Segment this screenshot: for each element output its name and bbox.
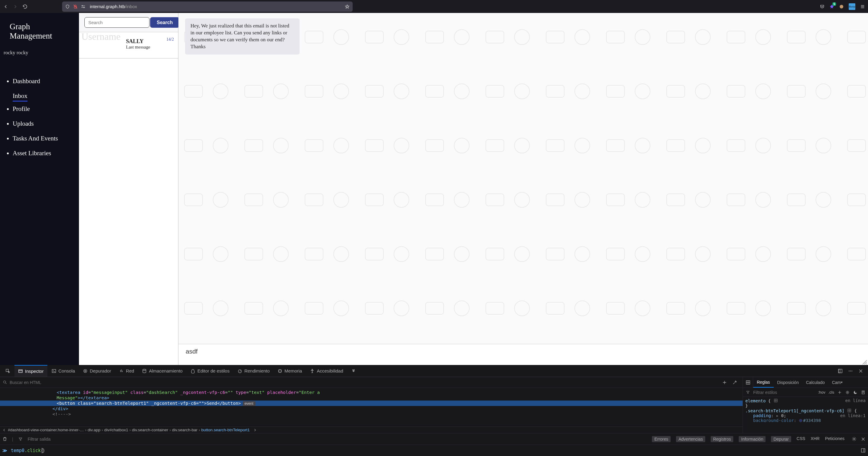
svg-rect-10 — [279, 370, 281, 372]
svg-point-1 — [82, 5, 83, 6]
brand-title: Graph Management — [0, 22, 79, 50]
devtools-tab-inspector[interactable]: Inspector — [14, 365, 47, 377]
devtools-tab-console[interactable]: Consola — [48, 365, 79, 377]
pocket-icon[interactable] — [820, 4, 825, 9]
filter-errors[interactable]: Errores — [652, 436, 671, 442]
dark-mode-icon[interactable] — [853, 390, 858, 395]
sidebar-item-inbox[interactable]: Inbox — [13, 89, 27, 101]
print-sim-icon[interactable] — [861, 390, 866, 395]
extension-foxyproxy-icon[interactable]: 5 — [830, 4, 834, 9]
grid-badge-icon[interactable] — [847, 408, 852, 413]
chevron-left-icon[interactable] — [2, 428, 7, 432]
filter-info[interactable]: Información — [739, 436, 766, 442]
devtools-close-icon[interactable] — [858, 369, 863, 373]
devtools-tab-debugger[interactable]: Depurador — [79, 365, 115, 377]
console-close-icon[interactable] — [861, 437, 866, 442]
cls-toggle[interactable]: .cls — [829, 390, 835, 395]
svg-point-2 — [84, 7, 84, 8]
filter-css[interactable]: CSS — [797, 436, 805, 442]
hov-toggle[interactable]: :hov — [818, 390, 826, 395]
devtools-tab-storage[interactable]: Almacenamiento — [138, 365, 186, 377]
console-filter-input[interactable] — [28, 437, 81, 442]
current-user: rocky rocky — [0, 50, 79, 74]
filter-debug[interactable]: Depurar — [771, 436, 791, 442]
devtools-picker-icon[interactable] — [2, 365, 14, 377]
rules-tab[interactable]: Reglas — [753, 377, 774, 388]
filter-xhr[interactable]: XHR — [811, 436, 820, 442]
inbox-search-button[interactable]: Search — [150, 17, 179, 28]
shield-icon — [65, 4, 70, 9]
devtools-tab-accessibility[interactable]: Accesibilidad — [306, 365, 347, 377]
devtools-html-search-input[interactable] — [10, 380, 720, 385]
svg-point-17 — [3, 381, 6, 383]
clear-console-icon[interactable] — [2, 437, 7, 442]
back-button[interactable] — [3, 4, 8, 9]
devtools-dock-icon[interactable] — [838, 369, 843, 373]
light-mode-icon[interactable] — [845, 390, 850, 395]
computed-tab[interactable]: Calculado — [802, 377, 828, 388]
compose-textarea[interactable]: asdf — [179, 344, 868, 365]
changes-tab[interactable]: Cam — [828, 377, 846, 388]
page-content: Graph Management rocky rocky Dashboard I… — [0, 13, 868, 365]
eyedropper-icon[interactable] — [733, 380, 737, 385]
console-split-icon[interactable] — [861, 448, 866, 453]
devtools-more-icon[interactable] — [848, 369, 853, 373]
svg-point-11 — [312, 369, 313, 370]
reload-button[interactable] — [22, 4, 28, 9]
console-input[interactable]: ≫ temp0.click() — [0, 445, 868, 456]
devtools-tab-performance[interactable]: Rendimiento — [234, 365, 273, 377]
svg-point-23 — [854, 438, 855, 440]
app-sidebar: Graph Management rocky rocky Dashboard I… — [0, 13, 79, 365]
bookmark-icon[interactable] — [345, 4, 350, 9]
forward-button[interactable] — [13, 4, 18, 9]
resize-handle-icon[interactable] — [863, 360, 867, 364]
devtools-tab-overflow-icon[interactable] — [347, 365, 360, 377]
chevron-right-icon[interactable] — [253, 428, 257, 432]
permissions-icon — [81, 4, 86, 9]
thread-last: Last message — [126, 44, 173, 50]
extension-burp-icon[interactable]: Burp — [849, 3, 855, 10]
sidebar-item-assets[interactable]: Asset Libraries — [13, 146, 79, 161]
sidebar-item-uploads[interactable]: Uploads — [13, 116, 79, 131]
sidebar-item-dashboard[interactable]: Dashboard — [13, 74, 79, 89]
devtools-breadcrumbs[interactable]: #dashboard-view-container.home-inner-…› … — [0, 426, 743, 433]
devtools-panel: Inspector Consola Depurador Red Almacena… — [0, 365, 868, 456]
url-text: internal.graph.htb/inbox — [90, 4, 345, 9]
extension-cookie-icon[interactable] — [839, 4, 844, 9]
filter-requests[interactable]: Peticiones — [825, 436, 844, 442]
svg-point-19 — [847, 392, 848, 393]
extension-badge-count: 5 — [832, 2, 836, 6]
sidebar-item-tasks[interactable]: Tasks And Events — [13, 131, 79, 146]
inbox-search-input[interactable] — [84, 17, 150, 28]
chat-pane: Hey, We just realized that this email is… — [179, 13, 868, 365]
inbox-thread[interactable]: 14/2 SALLY Last message — [79, 32, 178, 58]
styles-filter-input[interactable] — [753, 390, 806, 395]
hamburger-menu-icon[interactable] — [860, 4, 865, 9]
layout-tab[interactable]: Disposición — [774, 377, 803, 388]
grid-badge-icon[interactable] — [773, 398, 778, 403]
add-node-icon[interactable] — [722, 380, 727, 385]
browser-toolbar: internal.graph.htb/inbox 5 Burp — [0, 0, 868, 13]
filter-icon — [18, 437, 23, 442]
devtools-selected-node[interactable]: <button class="search-btnTeleport1" _ngc… — [0, 400, 743, 406]
layout-panel-icon[interactable] — [743, 377, 753, 388]
css-rules-pane[interactable]: elemento { en línea } .search-btnTelepor… — [743, 397, 868, 433]
chat-message: Hey, We just realized that this email is… — [185, 19, 300, 55]
sidebar-item-profile[interactable]: Profile — [13, 101, 79, 116]
svg-rect-13 — [838, 369, 840, 373]
devtools-tab-memory[interactable]: Memoria — [274, 365, 306, 377]
address-bar[interactable]: internal.graph.htb/inbox — [62, 1, 352, 12]
devtools-tab-network[interactable]: Red — [116, 365, 138, 377]
filter-icon — [745, 390, 750, 395]
add-rule-icon[interactable] — [837, 390, 842, 395]
event-badge[interactable]: event — [243, 401, 255, 406]
devtools-tab-style[interactable]: Editor de estilos — [187, 365, 233, 377]
search-icon — [2, 380, 7, 385]
filter-logs[interactable]: Registros — [711, 436, 733, 442]
filter-warnings[interactable]: Advertencias — [676, 436, 705, 442]
compose-value: asdf — [186, 348, 198, 355]
inbox-column: Search Username 14/2 SALLY Last message — [79, 13, 179, 365]
svg-point-14 — [849, 370, 849, 371]
console-settings-icon[interactable] — [852, 437, 857, 442]
devtools-dom-tree[interactable]: <textarea id="messageinput" class="dashS… — [0, 388, 743, 426]
